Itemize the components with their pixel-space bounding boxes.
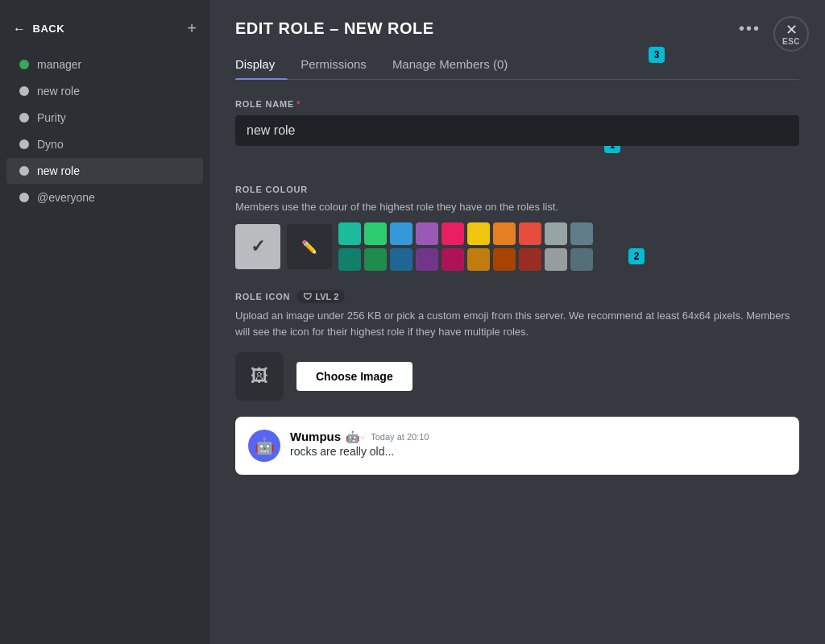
add-role-button[interactable]: + xyxy=(187,19,197,38)
role-color-dot xyxy=(19,86,29,96)
sidebar-item-role[interactable]: Purity xyxy=(6,105,203,131)
role-name-label: Dyno xyxy=(37,138,64,151)
sidebar-item-role[interactable]: new role xyxy=(6,78,203,104)
role-name-input[interactable] xyxy=(235,115,799,146)
pencil-icon: ✏️ xyxy=(301,239,317,255)
sidebar-item-role[interactable]: manager xyxy=(6,52,203,77)
sidebar-item-role[interactable]: new role xyxy=(6,158,203,184)
role-icon-label: ROLE ICON xyxy=(235,292,290,301)
main-content: EDIT ROLE – NEW ROLE 3 Display Permissio… xyxy=(209,0,825,644)
checkmark-icon: ✓ xyxy=(251,236,265,257)
role-name-label: ROLE NAME* xyxy=(235,99,799,109)
preview-message: rocks are really old... xyxy=(290,445,786,458)
icon-section: ROLE ICON 🛡 LVL 2 Upload an image under … xyxy=(235,290,799,401)
upload-icon: 🖼 xyxy=(251,366,268,387)
lvl-badge: 🛡 LVL 2 xyxy=(296,290,345,303)
sidebar-item-role[interactable]: Dyno xyxy=(6,131,203,157)
role-name-label: new role xyxy=(37,164,80,177)
preview-avatar: 🤖 xyxy=(248,430,280,462)
colour-section: ROLE COLOUR Members use the colour of th… xyxy=(235,185,799,271)
preview-username-row: Wumpus 🤖+ Today at 20:10 xyxy=(290,430,786,443)
preview-section: 🤖 Wumpus 🤖+ Today at 20:10 rocks are rea… xyxy=(235,417,799,475)
preview-badge-icon: 🤖+ xyxy=(346,430,366,443)
icon-description: Upload an image under 256 KB or pick a c… xyxy=(235,308,799,339)
colour-swatch[interactable] xyxy=(570,222,593,245)
preview-username: Wumpus xyxy=(290,430,341,443)
roles-list: managernew rolePurityDynonew role@everyo… xyxy=(0,51,209,211)
tabs-container: Display Permissions Manage Members (0) xyxy=(235,51,799,80)
choose-image-button[interactable]: Choose Image xyxy=(296,362,412,391)
required-indicator: * xyxy=(296,99,301,109)
role-color-dot xyxy=(19,139,29,149)
sidebar: ← BACK + managernew rolePurityDynonew ro… xyxy=(0,0,209,644)
tab-display[interactable]: Display xyxy=(235,51,288,79)
colour-swatch[interactable] xyxy=(467,222,490,245)
colour-swatch[interactable] xyxy=(467,248,490,271)
colour-swatch[interactable] xyxy=(338,222,361,245)
back-button[interactable]: ← BACK xyxy=(13,22,64,36)
tab-manage-members[interactable]: Manage Members (0) xyxy=(392,51,520,79)
colour-swatch[interactable] xyxy=(519,248,541,271)
tab-permissions[interactable]: Permissions xyxy=(301,51,379,79)
colour-swatch[interactable] xyxy=(442,222,464,245)
colour-swatch[interactable] xyxy=(416,248,438,271)
close-x-icon: ✕ xyxy=(786,23,798,37)
colour-swatch[interactable] xyxy=(519,222,541,245)
colour-swatches-grid xyxy=(338,222,593,271)
back-label: BACK xyxy=(33,23,65,35)
colour-swatch[interactable] xyxy=(390,248,412,271)
role-colour-label: ROLE COLOUR xyxy=(235,185,799,194)
colour-swatch[interactable] xyxy=(364,248,387,271)
role-color-dot xyxy=(19,166,29,176)
lvl-text: LVL 2 xyxy=(315,292,338,301)
close-esc-label: ESC xyxy=(782,37,800,46)
role-name-label: Purity xyxy=(37,111,66,124)
colour-swatch[interactable] xyxy=(390,222,412,245)
role-name-label: manager xyxy=(37,58,81,71)
colour-picker-row: ✓ ✏️ xyxy=(235,222,799,271)
colour-swatch[interactable] xyxy=(364,222,387,245)
sidebar-item-role[interactable]: @everyone xyxy=(6,185,203,210)
colour-swatch[interactable] xyxy=(338,248,361,271)
page-title: EDIT ROLE – NEW ROLE xyxy=(235,19,434,38)
back-arrow-icon: ← xyxy=(13,22,27,36)
colour-swatch[interactable] xyxy=(493,248,516,271)
preview-timestamp: Today at 20:10 xyxy=(371,432,429,442)
colour-swatch[interactable] xyxy=(493,222,516,245)
colour-description: Members use the colour of the highest ro… xyxy=(235,201,799,213)
role-name-label: new role xyxy=(37,85,80,98)
colour-swatch[interactable] xyxy=(545,222,567,245)
sidebar-header: ← BACK + xyxy=(0,13,209,51)
preview-content: Wumpus 🤖+ Today at 20:10 rocks are reall… xyxy=(290,430,786,458)
role-color-dot xyxy=(19,193,29,202)
colour-swatch[interactable] xyxy=(442,248,464,271)
colour-swatch[interactable] xyxy=(545,248,567,271)
role-color-dot xyxy=(19,60,29,69)
colour-swatch[interactable] xyxy=(570,248,593,271)
colour-preview[interactable]: ✓ xyxy=(235,224,280,269)
colour-swatch[interactable] xyxy=(416,222,438,245)
close-button[interactable]: ✕ ESC xyxy=(773,16,809,52)
icon-label-row: ROLE ICON 🛡 LVL 2 xyxy=(235,290,799,303)
upload-placeholder: 🖼 xyxy=(235,352,284,401)
role-color-dot xyxy=(19,113,29,123)
role-name-label: @everyone xyxy=(37,191,95,204)
annotation-2: 2 xyxy=(628,248,645,264)
shield-icon: 🛡 xyxy=(303,292,312,301)
icon-upload-row: 🖼 Choose Image xyxy=(235,352,799,401)
custom-colour-button[interactable]: ✏️ xyxy=(287,224,332,269)
more-options-button[interactable]: ••• xyxy=(739,19,761,38)
